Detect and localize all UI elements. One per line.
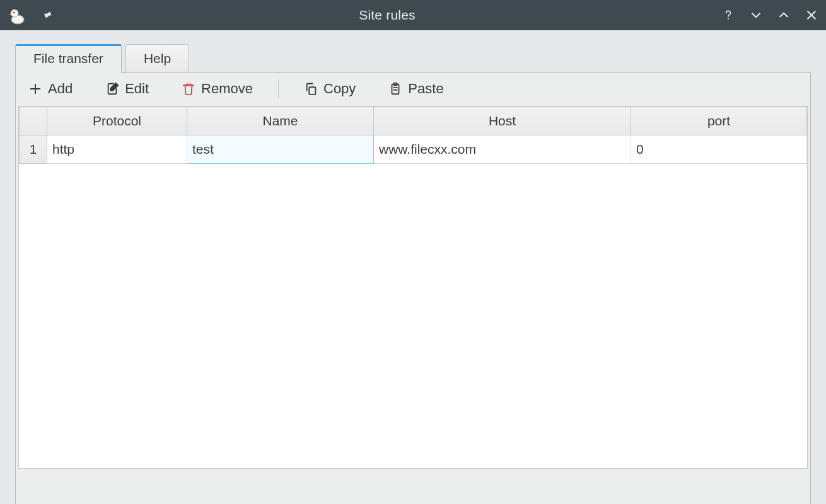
column-header-protocol[interactable]: Protocol	[47, 107, 187, 135]
paste-icon	[388, 82, 402, 96]
plus-icon	[28, 82, 42, 96]
copy-label: Copy	[323, 81, 356, 97]
paste-label: Paste	[408, 81, 443, 97]
column-header-rownum[interactable]	[20, 107, 47, 135]
add-button[interactable]: Add	[25, 79, 76, 98]
window-title: Site rules	[53, 8, 721, 23]
cell-protocol[interactable]: http	[47, 135, 187, 164]
toolbar: Add Edit Remove	[16, 73, 810, 106]
edit-button[interactable]: Edit	[102, 79, 153, 98]
titlebar-left-icons	[8, 5, 53, 25]
table-row[interactable]: 1 http test www.filecxx.com 0	[20, 135, 807, 164]
column-header-host[interactable]: Host	[374, 107, 631, 135]
column-header-name[interactable]: Name	[187, 107, 374, 135]
svg-rect-8	[309, 87, 315, 94]
svg-point-2	[13, 12, 15, 13]
window-titlebar: Site rules	[0, 0, 826, 30]
titlebar-right-controls	[721, 8, 818, 22]
edit-icon	[105, 82, 119, 96]
remove-label: Remove	[201, 81, 253, 97]
pin-icon[interactable]	[39, 8, 53, 22]
rules-table: Protocol Name Host port 1 http test www.…	[19, 106, 807, 164]
cell-port[interactable]: 0	[631, 135, 807, 164]
add-label: Add	[48, 81, 73, 97]
chevron-up-icon[interactable]	[777, 8, 791, 22]
window-body: File transfer Help Add Edit	[0, 30, 826, 504]
copy-button[interactable]: Copy	[300, 79, 359, 98]
remove-button[interactable]: Remove	[178, 79, 257, 98]
help-icon[interactable]	[721, 8, 735, 22]
toolbar-separator	[278, 79, 279, 98]
paste-button[interactable]: Paste	[385, 79, 447, 98]
row-number-cell[interactable]: 1	[20, 135, 47, 164]
copy-icon	[304, 82, 318, 96]
chevron-down-icon[interactable]	[749, 8, 763, 22]
tab-help[interactable]: Help	[125, 44, 189, 72]
tab-strip: File transfer Help	[15, 44, 811, 72]
table-header-row: Protocol Name Host port	[20, 107, 807, 135]
column-header-port[interactable]: port	[631, 107, 807, 135]
edit-label: Edit	[125, 81, 149, 97]
trash-icon	[182, 82, 195, 96]
app-duck-icon	[8, 5, 28, 25]
cell-name[interactable]: test	[187, 135, 374, 164]
svg-point-3	[728, 18, 729, 20]
cell-host[interactable]: www.filecxx.com	[374, 135, 631, 164]
tab-panel-file-transfer: Add Edit Remove	[15, 72, 811, 504]
svg-point-1	[11, 9, 18, 17]
tab-file-transfer[interactable]: File transfer	[15, 44, 122, 73]
close-icon[interactable]	[805, 8, 818, 22]
rules-table-container: Protocol Name Host port 1 http test www.…	[18, 106, 808, 469]
